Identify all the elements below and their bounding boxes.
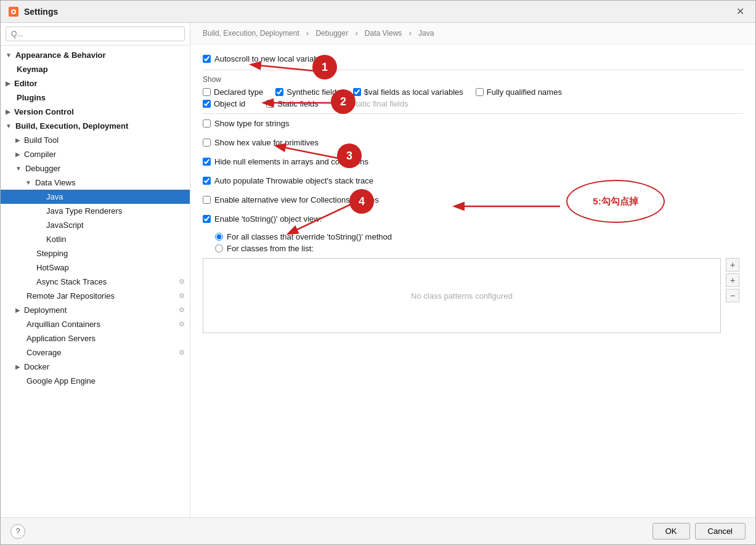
radio-group: For all classes that override 'toString(… <box>215 232 743 253</box>
auto-populate-checkbox[interactable] <box>203 177 211 185</box>
enable-tostring-checkbox[interactable] <box>203 215 211 223</box>
declared-type-label[interactable]: Declared type <box>214 87 263 97</box>
list-remove-btn[interactable]: − <box>726 289 739 302</box>
show-hex-label[interactable]: Show hex value for primitives <box>214 138 319 147</box>
list-add-btn-2[interactable]: + <box>726 273 739 287</box>
class-list-container: No class patterns configured + + − <box>203 258 721 333</box>
breadcrumb-sep-1: › <box>306 29 309 38</box>
sidebar-item-async-stack[interactable]: Async Stack Traces⚙ <box>1 275 190 289</box>
enable-alt-checkbox[interactable] <box>203 196 211 204</box>
object-id-label[interactable]: Object id <box>214 99 245 108</box>
sidebar-item-version-control[interactable]: ▶Version Control <box>1 105 190 119</box>
sidebar-item-compiler[interactable]: ▶Compiler <box>1 147 190 161</box>
bottom-buttons: OK Cancel <box>652 523 746 539</box>
static-fields-label[interactable]: Static fields <box>277 99 318 108</box>
synthetic-fields-label[interactable]: Synthetic fields <box>287 87 340 97</box>
sidebar-item-build-tool[interactable]: ▶Build Tool <box>1 133 190 147</box>
deployment-arrow-icon: ▶ <box>15 307 20 313</box>
breadcrumb: Build, Execution, Deployment › Debugger … <box>190 23 755 44</box>
static-final-fields-label: Static final fields <box>351 99 408 108</box>
sidebar-item-data-views[interactable]: ▼Data Views <box>1 176 190 190</box>
fully-qualified-row: Fully qualified names <box>476 87 562 97</box>
sidebar-item-stepping[interactable]: Stepping <box>1 246 190 260</box>
enable-alt-label[interactable]: Enable alternative view for Collections … <box>214 195 379 204</box>
docker-label: Docker <box>24 362 49 371</box>
object-id-row: Object id <box>203 99 245 108</box>
auto-populate-label[interactable]: Auto populate Throwable object's stack t… <box>214 176 373 185</box>
deployment-settings-icon: ⚙ <box>179 306 185 314</box>
options-list: Show type for strings Show hex value for… <box>203 119 743 230</box>
enable-tostring-label[interactable]: Enable 'toString()' object view: <box>214 214 322 224</box>
show-type-strings-label[interactable]: Show type for strings <box>214 119 289 128</box>
sidebar-item-plugins[interactable]: Plugins <box>1 91 190 105</box>
sidebar-item-deployment[interactable]: ▶Deployment⚙ <box>1 303 190 317</box>
version-control-arrow-icon: ▶ <box>6 108 10 115</box>
editor-label: Editor <box>14 79 38 88</box>
sidebar-item-docker[interactable]: ▶Docker <box>1 360 190 374</box>
sidebar-item-hotswap[interactable]: HotSwap <box>1 260 190 275</box>
sidebar-item-javascript[interactable]: JavaScript <box>1 218 190 232</box>
cancel-button[interactable]: Cancel <box>695 523 746 539</box>
build-exec-label: Build, Execution, Deployment <box>15 121 128 131</box>
autoscroll-checkbox[interactable] <box>203 55 211 63</box>
autoscroll-label[interactable]: Autoscroll to new local variables <box>214 54 328 63</box>
sidebar-item-google-app-engine[interactable]: Google App Engine <box>1 374 190 388</box>
static-final-fields-checkbox[interactable] <box>339 100 348 108</box>
declared-type-checkbox[interactable] <box>203 88 211 96</box>
sidebar-item-kotlin[interactable]: Kotlin <box>1 232 190 246</box>
sidebar-item-build-exec[interactable]: ▼Build, Execution, Deployment <box>1 119 190 133</box>
sidebar-item-java[interactable]: Java <box>1 190 190 204</box>
compiler-arrow-icon: ▶ <box>15 151 20 158</box>
close-button[interactable]: ✕ <box>733 4 748 18</box>
radio-class-list-row: For classes from the list: <box>215 244 743 253</box>
deployment-label: Deployment <box>24 305 67 315</box>
kotlin-label: Kotlin <box>46 235 67 244</box>
sidebar-item-app-servers[interactable]: Application Servers <box>1 331 190 345</box>
radio-class-list[interactable] <box>215 244 223 252</box>
async-stack-settings-icon: ⚙ <box>179 278 185 286</box>
val-fields-checkbox[interactable] <box>353 88 361 96</box>
separator-2 <box>203 113 743 114</box>
sidebar-item-java-type-renderers[interactable]: Java Type Renderers <box>1 204 190 218</box>
editor-arrow-icon: ▶ <box>6 80 10 87</box>
search-input[interactable] <box>6 26 185 41</box>
breadcrumb-part-3: Data Views <box>365 29 402 38</box>
show-row-1: Declared type Synthetic fields $val fiel… <box>203 87 743 97</box>
appearance-label: Appearance & Behavior <box>15 50 106 60</box>
fully-qualified-label[interactable]: Fully qualified names <box>487 87 562 97</box>
synthetic-fields-checkbox[interactable] <box>275 88 283 96</box>
object-id-checkbox[interactable] <box>203 100 211 108</box>
radio-all-classes[interactable] <box>215 233 223 241</box>
ok-button[interactable]: OK <box>652 523 690 539</box>
radio-all-classes-label[interactable]: For all classes that override 'toString(… <box>227 232 392 241</box>
static-fields-row: Static fields <box>266 99 318 108</box>
bottom-bar: ? OK Cancel <box>1 517 755 544</box>
show-hex-checkbox[interactable] <box>203 139 211 147</box>
separator-1 <box>203 70 743 70</box>
sidebar-item-editor[interactable]: ▶Editor <box>1 76 190 91</box>
static-fields-checkbox[interactable] <box>266 100 274 108</box>
sidebar-item-coverage[interactable]: Coverage⚙ <box>1 345 190 360</box>
sidebar-item-debugger[interactable]: ▼Debugger <box>1 161 190 176</box>
help-button[interactable]: ? <box>10 524 25 539</box>
show-type-strings-checkbox[interactable] <box>203 119 211 127</box>
fully-qualified-checkbox[interactable] <box>476 88 484 96</box>
list-add-btn-1[interactable]: + <box>726 258 739 272</box>
hide-null-label[interactable]: Hide null elements in arrays and collect… <box>214 157 368 166</box>
class-list-box: No class patterns configured <box>203 258 721 333</box>
breadcrumb-part-2: Debugger <box>315 29 348 38</box>
async-stack-label: Async Stack Traces <box>36 277 107 286</box>
sidebar-item-appearance[interactable]: ▼Appearance & Behavior <box>1 48 190 62</box>
sidebar-item-remote-jar[interactable]: Remote Jar Repositories⚙ <box>1 289 190 303</box>
sidebar-item-keymap[interactable]: Keymap <box>1 62 190 76</box>
show-label: Show <box>203 75 743 84</box>
window-title: Settings <box>24 7 58 17</box>
arquillian-settings-icon: ⚙ <box>179 320 185 328</box>
radio-all-classes-row: For all classes that override 'toString(… <box>215 232 743 241</box>
hide-null-checkbox[interactable] <box>203 158 211 166</box>
val-fields-label[interactable]: $val fields as local variables <box>364 87 463 97</box>
stepping-label: Stepping <box>36 249 68 258</box>
list-buttons-panel: + + − <box>726 258 739 302</box>
sidebar-item-arquillian[interactable]: Arquillian Containers⚙ <box>1 317 190 331</box>
radio-class-list-label[interactable]: For classes from the list: <box>227 244 314 253</box>
